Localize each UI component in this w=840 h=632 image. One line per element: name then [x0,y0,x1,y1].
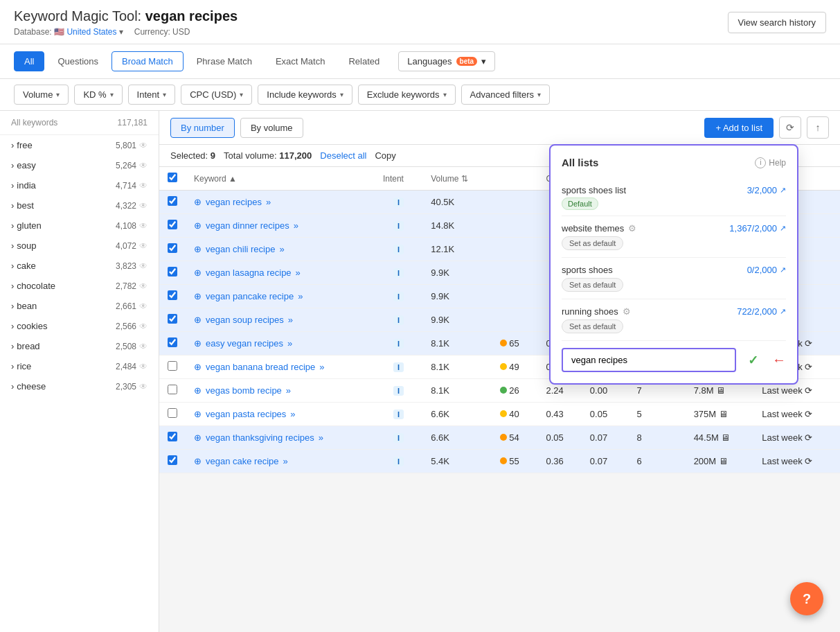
filter-include-keywords[interactable]: Include keywords ▾ [258,85,352,105]
keyword-link[interactable]: vegan soup recipes [206,315,284,325]
beta-badge: beta [456,57,478,66]
eye-icon: 👁 [139,181,148,191]
tab-questions[interactable]: Questions [47,51,109,71]
languages-button[interactable]: Languages beta ▾ [398,51,495,71]
sidebar-item[interactable]: › gluten 4,108 👁 [0,216,159,236]
sidebar-item[interactable]: › soup 4,072 👁 [0,236,159,256]
expand-icon: › [11,240,14,251]
arrow-indicator: ← [772,352,786,368]
tab-all[interactable]: All [14,51,44,71]
row-checkbox[interactable] [168,408,177,418]
export-button[interactable]: ↑ [807,116,829,139]
keyword-link[interactable]: vegas bomb recipe [206,385,282,396]
sidebar-item[interactable]: › cake 3,823 👁 [0,256,159,276]
refresh-button[interactable]: ⟳ [779,116,801,139]
copy-link[interactable]: Copy [375,150,395,161]
keyword-link[interactable]: vegan dinner recipes [206,220,289,231]
keyword-cell[interactable]: ⊕ vegan pasta recipes » [194,409,366,419]
keyword-cell[interactable]: ⊕ vegan cake recipe » [194,456,366,466]
cpc-cell: 0.05 [537,426,581,450]
keyword-link[interactable]: vegan pancake recipe [206,291,294,301]
keyword-link[interactable]: vegan pasta recipes [206,409,286,419]
row-checkbox[interactable] [168,196,177,206]
sidebar-item[interactable]: › cheese 2,305 👁 [0,376,159,396]
confirm-new-list-button[interactable]: ✓ [742,349,764,371]
intent-badge: I [393,221,404,231]
keyword-link[interactable]: vegan lasagna recipe [206,267,292,278]
keyword-cell[interactable]: ⊕ vegan chili recipe » [194,244,366,254]
keyword-cell[interactable]: ⊕ easy vegan recipes » [194,338,366,349]
add-to-list-button[interactable]: + Add to list [704,118,774,138]
expand-icon: › [11,321,14,331]
list-count[interactable]: 3/2,000 ↗ [747,185,786,195]
row-checkbox[interactable] [168,314,177,324]
list-item-website-themes: website themes ⚙ 1,367/2,000 ↗ Set as de… [562,216,786,258]
sort-by-number-button[interactable]: By number [170,118,235,138]
row-checkbox[interactable] [168,337,177,347]
sidebar-item[interactable]: › india 4,714 👁 [0,175,159,195]
add-keyword-icon: ⊕ [194,385,202,396]
deselect-all-link[interactable]: Deselect all [320,150,366,161]
sidebar-item[interactable]: › chocolate 2,782 👁 [0,276,159,296]
tab-broad-match[interactable]: Broad Match [111,51,184,71]
keyword-cell[interactable]: ⊕ vegan recipes » [194,197,366,207]
keyword-cell[interactable]: ⊕ vegan banana bread recipe » [194,362,366,372]
sidebar-item[interactable]: › easy 5,264 👁 [0,155,159,175]
help-link[interactable]: i Help [755,157,786,168]
help-fab-button[interactable]: ? [790,582,823,615]
keyword-cell[interactable]: ⊕ vegan soup recipes » [194,315,366,325]
new-list-input[interactable] [562,348,736,372]
row-checkbox[interactable] [168,385,177,394]
keyword-link[interactable]: vegan cake recipe [206,456,279,466]
keyword-link[interactable]: vegan thanksgiving recipes [206,432,314,443]
sidebar-item[interactable]: › rice 2,484 👁 [0,356,159,376]
keyword-cell[interactable]: ⊕ vegan dinner recipes » [194,220,366,231]
row-checkbox[interactable] [168,220,177,229]
row-checkbox[interactable] [168,361,177,371]
col-volume[interactable]: Volume ⇅ [422,167,491,191]
sidebar-item[interactable]: › best 4,322 👁 [0,195,159,216]
add-keyword-icon: ⊕ [194,362,202,372]
row-checkbox[interactable] [168,432,177,441]
keyword-cell[interactable]: ⊕ vegan pancake recipe » [194,291,366,301]
set-default-button[interactable]: Set as default [562,236,623,250]
row-checkbox[interactable] [168,267,177,276]
keyword-link[interactable]: easy vegan recipes [206,338,283,349]
list-count[interactable]: 0/2,000 ↗ [747,265,786,275]
sidebar-item[interactable]: › cookies 2,566 👁 [0,316,159,336]
filter-advanced[interactable]: Advanced filters ▾ [461,85,551,105]
col-keyword[interactable]: Keyword ▲ [186,167,375,191]
keyword-cell[interactable]: ⊕ vegan thanksgiving recipes » [194,432,366,443]
tab-phrase-match[interactable]: Phrase Match [186,51,262,71]
list-count[interactable]: 1,367/2,000 ↗ [729,223,786,234]
chevron-right-icon: » [286,385,291,396]
filter-intent[interactable]: Intent ▾ [128,85,176,105]
sidebar-item[interactable]: › bean 2,661 👁 [0,296,159,316]
keyword-link[interactable]: vegan recipes [206,197,262,207]
keyword-link[interactable]: vegan chili recipe [206,244,275,254]
list-count[interactable]: 722/2,000 ↗ [737,306,786,317]
sidebar-item[interactable]: › bread 2,508 👁 [0,336,159,356]
add-keyword-icon: ⊕ [194,244,202,254]
keyword-cell[interactable]: ⊕ vegas bomb recipe » [194,385,366,396]
tab-exact-match[interactable]: Exact Match [265,51,336,71]
row-checkbox[interactable] [168,243,177,253]
view-history-button[interactable]: View search history [728,12,826,33]
expand-icon: › [11,220,14,231]
filter-volume[interactable]: Volume ▾ [14,85,69,105]
filter-exclude-keywords[interactable]: Exclude keywords ▾ [358,85,456,105]
keyword-cell[interactable]: ⊕ vegan lasagna recipe » [194,267,366,278]
sidebar-item[interactable]: › free 5,801 👁 [0,135,159,155]
select-all-checkbox[interactable] [168,173,177,182]
filter-cpc[interactable]: CPC (USD) ▾ [181,85,252,105]
tab-related[interactable]: Related [338,51,390,71]
toolbar-actions: + Add to list ⟳ ↑ [704,116,829,139]
row-checkbox[interactable] [168,290,177,300]
filter-kd[interactable]: KD % ▾ [74,85,122,105]
set-default-button[interactable]: Set as default [562,319,623,333]
row-checkbox[interactable] [168,455,177,465]
keyword-link[interactable]: vegan banana bread recipe [206,362,315,372]
set-default-button[interactable]: Set as default [562,278,623,292]
sort-by-volume-button[interactable]: By volume [240,118,303,138]
expand-icon: › [11,381,14,392]
